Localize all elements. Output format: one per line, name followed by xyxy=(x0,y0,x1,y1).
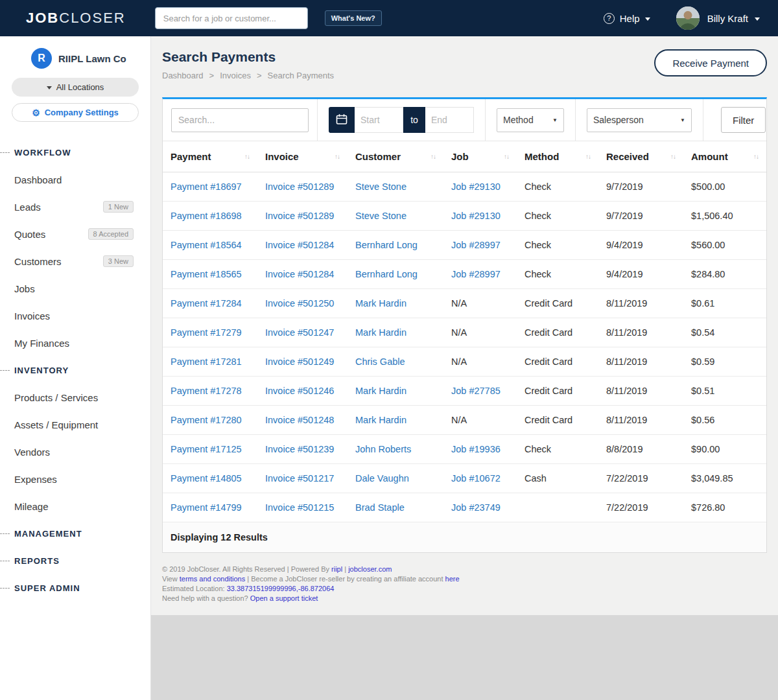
cell-payment[interactable]: Payment #18565 xyxy=(163,260,257,289)
cell-customer[interactable]: Brad Staple xyxy=(348,493,443,522)
cell-payment[interactable]: Payment #18564 xyxy=(163,231,257,260)
cell-job[interactable]: Job #29130 xyxy=(443,172,517,202)
cell-invoice[interactable]: Invoice #501250 xyxy=(257,289,348,318)
cell-customer[interactable]: Bernhard Long xyxy=(348,231,443,260)
cell-payment[interactable]: Payment #17279 xyxy=(163,318,257,347)
global-search-input[interactable] xyxy=(155,7,308,29)
salesperson-select[interactable]: Salesperson ▼ xyxy=(587,108,692,132)
cell-customer[interactable]: Mark Hardin xyxy=(348,289,443,318)
sidebar-item-quotes[interactable]: Quotes8 Accepted xyxy=(0,220,150,248)
sidebar-section-super-admin[interactable]: SUPER ADMIN xyxy=(0,574,150,601)
chevron-down-icon: ▼ xyxy=(680,117,685,123)
page-title: Search Payments xyxy=(162,49,334,65)
calendar-button[interactable] xyxy=(329,107,355,133)
cell-invoice[interactable]: Invoice #501249 xyxy=(257,347,348,377)
sidebar-section-inventory[interactable]: INVENTORY xyxy=(0,356,150,384)
sidebar-section-reports[interactable]: REPORTS xyxy=(0,547,150,574)
sidebar-item-jobs[interactable]: Jobs xyxy=(0,275,150,302)
breadcrumb-invoices[interactable]: Invoices xyxy=(220,71,251,80)
footer-link[interactable]: Open a support ticket xyxy=(250,594,318,602)
sidebar-section-management[interactable]: MANAGEMENT xyxy=(0,520,150,547)
footer-link[interactable]: here xyxy=(445,575,460,583)
cell-payment[interactable]: Payment #14805 xyxy=(163,464,257,493)
company-header[interactable]: R RIIPL Lawn Co xyxy=(0,48,150,69)
cell-job[interactable]: Job #28997 xyxy=(443,260,517,289)
column-header-invoice[interactable]: ↑↓Invoice xyxy=(257,141,348,172)
cell-invoice[interactable]: Invoice #501289 xyxy=(257,172,348,202)
column-header-job[interactable]: ↑↓Job xyxy=(443,141,517,172)
sidebar-item-customers[interactable]: Customers3 New xyxy=(0,248,150,275)
company-settings-button[interactable]: ⚙ Company Settings xyxy=(12,103,139,122)
sidebar-item-my-finances[interactable]: My Finances xyxy=(0,329,150,356)
cell-customer[interactable]: Mark Hardin xyxy=(348,377,443,406)
sidebar-item-assets-equipment[interactable]: Assets / Equipment xyxy=(0,411,150,438)
method-select-value: Method xyxy=(503,115,534,125)
cell-customer[interactable]: Steve Stone xyxy=(348,202,443,231)
method-select[interactable]: Method ▼ xyxy=(497,108,564,132)
help-menu[interactable]: ? Help xyxy=(604,13,650,24)
cell-payment[interactable]: Payment #17125 xyxy=(163,435,257,464)
cell-invoice[interactable]: Invoice #501247 xyxy=(257,318,348,347)
column-header-customer[interactable]: ↑↓Customer xyxy=(348,141,443,172)
receive-payment-button[interactable]: Receive Payment xyxy=(654,49,767,76)
cell-customer[interactable]: Steve Stone xyxy=(348,172,443,202)
cell-job[interactable]: Job #27785 xyxy=(443,377,517,406)
payments-search-input[interactable] xyxy=(171,108,309,132)
all-locations-dropdown[interactable]: All Locations xyxy=(12,78,139,97)
cell-invoice[interactable]: Invoice #501239 xyxy=(257,435,348,464)
cell-payment[interactable]: Payment #17278 xyxy=(163,377,257,406)
cell-customer[interactable]: Mark Hardin xyxy=(348,406,443,435)
column-header-received[interactable]: ↑↓Received xyxy=(598,141,683,172)
footer-link[interactable]: terms and conditions xyxy=(180,575,246,583)
cell-invoice[interactable]: Invoice #501284 xyxy=(257,260,348,289)
whats-new-button[interactable]: What's New? xyxy=(325,10,382,26)
user-menu-chevron-icon[interactable] xyxy=(755,18,760,21)
cell-invoice[interactable]: Invoice #501248 xyxy=(257,406,348,435)
cell-job[interactable]: Job #28997 xyxy=(443,231,517,260)
user-avatar[interactable] xyxy=(676,6,700,30)
footer-text: | xyxy=(342,565,348,573)
breadcrumb-dashboard[interactable]: Dashboard xyxy=(162,71,204,80)
cell-invoice[interactable]: Invoice #501284 xyxy=(257,231,348,260)
user-name[interactable]: Billy Kraft xyxy=(707,13,748,24)
cell-invoice[interactable]: Invoice #501215 xyxy=(257,493,348,522)
cell-customer[interactable]: Bernhard Long xyxy=(348,260,443,289)
cell-payment[interactable]: Payment #17284 xyxy=(163,289,257,318)
cell-job[interactable]: Job #10672 xyxy=(443,464,517,493)
sidebar-item-expenses[interactable]: Expenses xyxy=(0,465,150,493)
sidebar-item-invoices[interactable]: Invoices xyxy=(0,302,150,329)
cell-payment[interactable]: Payment #18697 xyxy=(163,172,257,202)
sidebar-item-products-services[interactable]: Products / Services xyxy=(0,384,150,411)
cell-invoice[interactable]: Invoice #501217 xyxy=(257,464,348,493)
cell-customer[interactable]: Mark Hardin xyxy=(348,318,443,347)
footer-link[interactable]: riipl xyxy=(331,565,342,573)
sidebar-section-workflow[interactable]: WORKFLOW xyxy=(0,139,150,166)
sidebar-item-mileage[interactable]: Mileage xyxy=(0,493,150,520)
column-header-amount[interactable]: ↑↓Amount xyxy=(683,141,766,172)
title-block: Search Payments Dashboard>Invoices>Searc… xyxy=(162,49,334,80)
cell-customer[interactable]: John Roberts xyxy=(348,435,443,464)
sidebar-item-leads[interactable]: Leads1 New xyxy=(0,193,150,220)
sidebar-item-dashboard[interactable]: Dashboard xyxy=(0,166,150,193)
cell-customer[interactable]: Dale Vaughn xyxy=(348,464,443,493)
cell-invoice[interactable]: Invoice #501289 xyxy=(257,202,348,231)
filter-button[interactable]: Filter xyxy=(721,107,766,133)
cell-job[interactable]: Job #29130 xyxy=(443,202,517,231)
cell-job[interactable]: Job #19936 xyxy=(443,435,517,464)
cell-payment[interactable]: Payment #14799 xyxy=(163,493,257,522)
cell-payment[interactable]: Payment #17280 xyxy=(163,406,257,435)
column-header-payment[interactable]: ↑↓Payment xyxy=(163,141,257,172)
end-date-input[interactable] xyxy=(425,107,474,133)
cell-payment[interactable]: Payment #17281 xyxy=(163,347,257,377)
method-filter-group: Method ▼ xyxy=(486,99,576,141)
cell-customer[interactable]: Chris Gable xyxy=(348,347,443,377)
cell-invoice[interactable]: Invoice #501246 xyxy=(257,377,348,406)
start-date-input[interactable] xyxy=(355,107,403,133)
jobcloser-logo[interactable]: JOBCLOSER xyxy=(26,10,126,27)
footer-link[interactable]: jobcloser.com xyxy=(348,565,392,573)
cell-payment[interactable]: Payment #18698 xyxy=(163,202,257,231)
cell-job[interactable]: Job #23749 xyxy=(443,493,517,522)
footer-link[interactable]: 33.387315199999996,-86.872064 xyxy=(227,585,335,592)
column-header-method[interactable]: ↑↓Method xyxy=(517,141,598,172)
sidebar-item-vendors[interactable]: Vendors xyxy=(0,438,150,465)
